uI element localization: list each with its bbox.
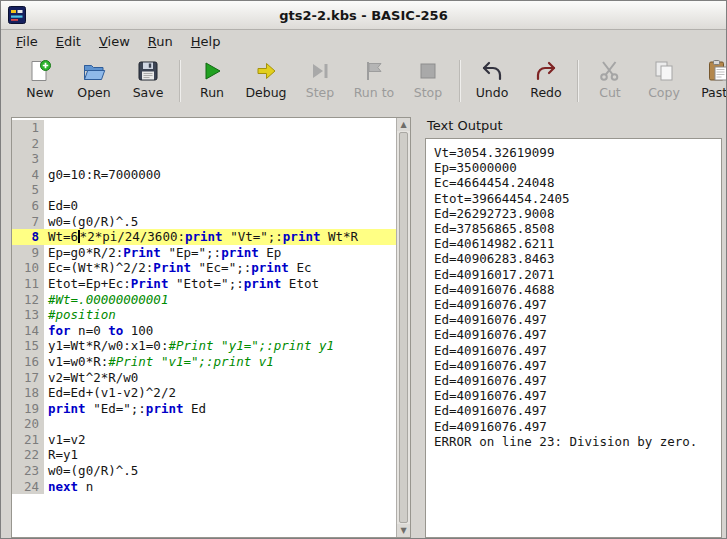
line-number[interactable]: 10 [12, 260, 44, 276]
toolbar-button-label: Redo [530, 85, 561, 100]
line-number[interactable]: 23 [12, 463, 44, 479]
code-editor[interactable]: 1234g0=10:R=700000056Ed=07w0=(g0/R)^.58W… [11, 117, 411, 538]
line-number[interactable]: 1 [12, 120, 44, 136]
menu-item-run[interactable]: Run [139, 31, 182, 52]
cut-scissors-icon [598, 59, 622, 83]
debug-button[interactable]: Debug [239, 56, 293, 102]
text-output-area[interactable]: Vt=3054.32619099Ep=35000000Ec=4664454.24… [425, 138, 722, 538]
code-line-18[interactable]: 18Ed=Ed+(v1-v2)^2/2 [12, 385, 396, 401]
toolbar-separator [459, 60, 461, 102]
line-number[interactable]: 5 [12, 182, 44, 198]
line-number[interactable]: 15 [12, 338, 44, 354]
editor-scrollbar[interactable]: ▲ ▼ [396, 118, 410, 537]
output-line: Ed=40916076.4688 [434, 282, 713, 297]
code-line-8[interactable]: 8Wt=6*2*pi/24/3600:print "Vt=";:print Wt… [12, 229, 396, 245]
code-line-4[interactable]: 4g0=10:R=7000000 [12, 167, 396, 183]
code-line-13[interactable]: 13#position [12, 307, 396, 323]
window-title: gts2-2.kbs - BASIC-256 [1, 8, 726, 23]
output-line: Ed=40916076.497 [434, 403, 713, 418]
code-rows[interactable]: 1234g0=10:R=700000056Ed=07w0=(g0/R)^.58W… [12, 118, 396, 537]
line-number[interactable]: 9 [12, 245, 44, 261]
code-line-14[interactable]: 14for n=0 to 100 [12, 323, 396, 339]
line-number[interactable]: 8 [12, 229, 44, 245]
menu-item-help[interactable]: Help [182, 31, 230, 52]
step-icon [308, 59, 332, 83]
menu-item-edit[interactable]: Edit [47, 31, 90, 52]
output-panel: Text Output Vt=3054.32619099Ep=35000000E… [411, 117, 722, 538]
code-text: Ed=Ed+(v1-v2)^2/2 [44, 385, 396, 401]
output-line: Ep=35000000 [434, 160, 713, 175]
code-line-9[interactable]: 9Ep=g0*R/2:Print "Ep=";:print Ep [12, 245, 396, 261]
line-number[interactable]: 13 [12, 307, 44, 323]
paste-button[interactable]: Paste [691, 56, 727, 102]
code-text: g0=10:R=7000000 [44, 167, 396, 183]
toolbar-button-label: Open [77, 85, 110, 100]
code-line-2[interactable]: 2 [12, 136, 396, 152]
code-line-1[interactable]: 1 [12, 120, 396, 136]
code-text: for n=0 to 100 [44, 323, 396, 339]
code-text [44, 136, 396, 152]
code-line-23[interactable]: 23w0=(g0/R)^.5 [12, 463, 396, 479]
code-line-17[interactable]: 17v2=Wt^2*R/w0 [12, 370, 396, 386]
menu-item-view[interactable]: View [90, 31, 139, 52]
scroll-up-arrow[interactable]: ▲ [397, 118, 410, 131]
code-line-19[interactable]: 19print "Ed=";:print Ed [12, 401, 396, 417]
code-text [44, 120, 396, 136]
line-number[interactable]: 6 [12, 198, 44, 214]
line-number[interactable]: 19 [12, 401, 44, 417]
code-text: v1=v2 [44, 432, 396, 448]
code-line-12[interactable]: 12#Wt=.00000000001 [12, 292, 396, 308]
save-floppy-icon [136, 59, 160, 83]
line-number[interactable]: 3 [12, 151, 44, 167]
line-number[interactable]: 16 [12, 354, 44, 370]
step-button: Step [293, 56, 347, 102]
code-line-11[interactable]: 11Etot=Ep+Ec:Print "Etot=";:print Etot [12, 276, 396, 292]
output-line: Etot=39664454.2405 [434, 191, 713, 206]
code-line-21[interactable]: 21v1=v2 [12, 432, 396, 448]
code-text: print "Ed=";:print Ed [44, 401, 396, 417]
toolbar-button-label: Undo [476, 85, 509, 100]
undo-button[interactable]: Undo [465, 56, 519, 102]
code-text: #position [44, 307, 396, 323]
code-line-7[interactable]: 7w0=(g0/R)^.5 [12, 214, 396, 230]
code-line-16[interactable]: 16v1=w0*R:#Print "v1=";:print v1 [12, 354, 396, 370]
main-area: 1234g0=10:R=700000056Ed=07w0=(g0/R)^.58W… [1, 113, 726, 538]
line-number[interactable]: 2 [12, 136, 44, 152]
open-folder-icon [82, 59, 106, 83]
code-line-24[interactable]: 24next n [12, 479, 396, 495]
code-text: Ec=(Wt*R)^2/2:Print "Ec=";:print Ec [44, 260, 396, 276]
run-button[interactable]: Run [185, 56, 239, 102]
line-number[interactable]: 22 [12, 447, 44, 463]
code-line-3[interactable]: 3 [12, 151, 396, 167]
save-button[interactable]: Save [121, 56, 175, 102]
scroll-down-arrow[interactable]: ▼ [397, 524, 410, 537]
line-number[interactable]: 4 [12, 167, 44, 183]
redo-button[interactable]: Redo [519, 56, 573, 102]
menu-item-file[interactable]: File [7, 31, 47, 52]
line-number[interactable]: 14 [12, 323, 44, 339]
scrollbar-thumb[interactable] [399, 132, 408, 523]
open-button[interactable]: Open [67, 56, 121, 102]
toolbar-button-label: Paste [701, 85, 727, 100]
line-number[interactable]: 12 [12, 292, 44, 308]
title-bar[interactable]: gts2-2.kbs - BASIC-256 [1, 1, 726, 30]
toolbar-button-label: Run to [354, 85, 395, 100]
code-line-22[interactable]: 22R=y1 [12, 447, 396, 463]
line-number[interactable]: 24 [12, 479, 44, 495]
code-line-15[interactable]: 15y1=Wt*R/w0:x1=0:#Print "y1=";:print y1 [12, 338, 396, 354]
line-number[interactable]: 17 [12, 370, 44, 386]
line-number[interactable]: 20 [12, 416, 44, 432]
output-line: Ed=40916076.497 [434, 343, 713, 358]
code-line-5[interactable]: 5 [12, 182, 396, 198]
code-line-10[interactable]: 10Ec=(Wt*R)^2/2:Print "Ec=";:print Ec [12, 260, 396, 276]
line-number[interactable]: 18 [12, 385, 44, 401]
output-panel-title: Text Output [425, 117, 722, 138]
line-number[interactable]: 7 [12, 214, 44, 230]
line-number[interactable]: 11 [12, 276, 44, 292]
code-line-6[interactable]: 6Ed=0 [12, 198, 396, 214]
code-line-20[interactable]: 20 [12, 416, 396, 432]
output-line: Ed=40916076.497 [434, 312, 713, 327]
new-button[interactable]: New [13, 56, 67, 102]
line-number[interactable]: 21 [12, 432, 44, 448]
toolbar-button-label: Cut [599, 85, 621, 100]
